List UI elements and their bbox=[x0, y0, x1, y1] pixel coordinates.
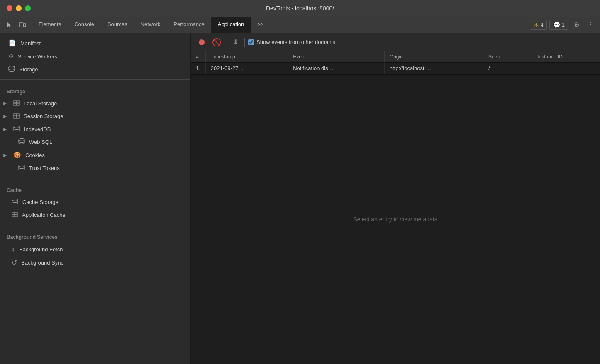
show-other-domains-checkbox-label[interactable]: Show events from other domains bbox=[248, 39, 335, 45]
tab-sources[interactable]: Sources bbox=[101, 17, 134, 33]
events-table-wrap: # Timestamp Event Origin Servi... Instan… bbox=[191, 51, 600, 75]
toolbar-divider-2 bbox=[244, 38, 245, 47]
svg-point-12 bbox=[19, 139, 24, 141]
maximize-button[interactable] bbox=[25, 5, 31, 11]
divider-2 bbox=[0, 178, 190, 178]
content-toolbar: 🚫 ⬇ Show events from other domains bbox=[191, 33, 600, 51]
local-storage-icon bbox=[13, 100, 20, 107]
record-icon bbox=[199, 39, 205, 45]
sidebar-item-background-fetch[interactable]: ↕ Background Fetch bbox=[0, 243, 190, 256]
svg-point-13 bbox=[19, 165, 24, 167]
divider-1 bbox=[0, 79, 190, 80]
col-instance: Instance ID bbox=[532, 51, 600, 63]
warnings-badge[interactable]: ⚠ 4 bbox=[530, 20, 547, 30]
tab-console[interactable]: Console bbox=[68, 17, 101, 33]
svg-point-2 bbox=[9, 66, 15, 68]
svg-rect-9 bbox=[14, 116, 16, 118]
svg-rect-5 bbox=[14, 103, 16, 105]
sidebar-item-web-sql[interactable]: Web SQL bbox=[0, 136, 190, 148]
tab-performance[interactable]: Performance bbox=[167, 17, 211, 33]
settings-icon[interactable]: ⚙ bbox=[571, 19, 583, 31]
svg-rect-17 bbox=[12, 215, 15, 217]
session-storage-label: Session Storage bbox=[24, 113, 63, 119]
download-button[interactable]: ⬇ bbox=[229, 36, 241, 48]
col-event: Event bbox=[288, 51, 385, 63]
sidebar-item-indexeddb[interactable]: ▶ IndexedDB bbox=[0, 123, 190, 136]
cell-timestamp: 2021-09-27… bbox=[205, 63, 288, 74]
section-header-cache: Cache bbox=[0, 182, 190, 196]
tab-overflow[interactable]: >> bbox=[251, 17, 270, 33]
tab-bar-actions: ⚠ 4 💬 1 ⚙ ⋮ bbox=[527, 17, 600, 33]
svg-rect-1 bbox=[24, 24, 26, 27]
clear-button[interactable]: 🚫 bbox=[211, 36, 222, 48]
section-header-background-services: Background Services bbox=[0, 228, 190, 243]
tab-application[interactable]: Application bbox=[211, 17, 251, 33]
tab-list: Elements Console Sources Network Perform… bbox=[32, 17, 527, 33]
sidebar-item-manifest[interactable]: 📄 Manifest bbox=[0, 36, 190, 50]
sidebar-item-session-storage[interactable]: ▶ Session Storage bbox=[0, 110, 190, 123]
cache-storage-icon bbox=[12, 199, 18, 206]
cell-num: 1. bbox=[191, 63, 205, 74]
sidebar-item-cookies[interactable]: ▶ 🍪 Cookies bbox=[0, 148, 190, 162]
toolbar-divider bbox=[226, 38, 226, 47]
col-timestamp: Timestamp bbox=[205, 51, 288, 63]
web-sql-label: Web SQL bbox=[29, 139, 52, 145]
svg-rect-6 bbox=[17, 103, 19, 105]
sidebar-item-trust-tokens[interactable]: Trust Tokens bbox=[0, 162, 190, 175]
cell-origin: http://localhost:… bbox=[384, 63, 483, 74]
background-fetch-label: Background Fetch bbox=[19, 246, 63, 252]
svg-rect-7 bbox=[14, 114, 16, 116]
cookies-label: Cookies bbox=[25, 152, 45, 158]
storage-label: Storage bbox=[19, 66, 38, 73]
tab-network[interactable]: Network bbox=[134, 17, 167, 33]
minimize-button[interactable] bbox=[16, 5, 22, 11]
tab-elements[interactable]: Elements bbox=[32, 17, 68, 33]
messages-badge[interactable]: 💬 1 bbox=[549, 20, 568, 30]
tab-bar: Elements Console Sources Network Perform… bbox=[0, 17, 600, 33]
sidebar-item-local-storage[interactable]: ▶ Local Storage bbox=[0, 97, 190, 110]
svg-point-14 bbox=[12, 199, 18, 201]
record-button[interactable] bbox=[196, 36, 207, 48]
expand-arrow-icon: ▶ bbox=[3, 114, 9, 119]
title-bar: DevTools - localhost:8000/ bbox=[0, 0, 600, 17]
close-button[interactable] bbox=[7, 5, 12, 11]
svg-rect-15 bbox=[12, 212, 15, 214]
indexeddb-label: IndexedDB bbox=[24, 126, 51, 132]
cookies-icon: 🍪 bbox=[13, 151, 21, 159]
manifest-icon: 📄 bbox=[8, 39, 16, 47]
metadata-empty-message: Select an entry to view metadata bbox=[353, 216, 437, 223]
cursor-icon[interactable] bbox=[3, 19, 15, 31]
warnings-count: 4 bbox=[541, 22, 544, 28]
svg-rect-18 bbox=[15, 215, 17, 217]
background-fetch-icon: ↕ bbox=[12, 245, 15, 253]
application-cache-label: Application Cache bbox=[22, 212, 66, 218]
main-layout: 📄 Manifest ⚙ Service Workers Storage Sto… bbox=[0, 33, 600, 364]
svg-rect-4 bbox=[17, 101, 19, 103]
sidebar: 📄 Manifest ⚙ Service Workers Storage Sto… bbox=[0, 33, 191, 364]
sidebar-item-service-workers[interactable]: ⚙ Service Workers bbox=[0, 50, 190, 63]
background-sync-icon: ↺ bbox=[12, 259, 17, 267]
web-sql-icon bbox=[18, 138, 25, 146]
more-options-icon[interactable]: ⋮ bbox=[585, 19, 597, 31]
divider-3 bbox=[0, 225, 190, 225]
svg-point-11 bbox=[14, 126, 20, 128]
device-toolbar-icon[interactable] bbox=[17, 19, 28, 31]
events-table-body: 1. 2021-09-27… Notification dis… http://… bbox=[191, 63, 600, 74]
table-row[interactable]: 1. 2021-09-27… Notification dis… http://… bbox=[191, 63, 600, 74]
show-other-domains-checkbox[interactable] bbox=[248, 39, 254, 45]
svg-rect-0 bbox=[19, 23, 23, 27]
sidebar-item-application-cache[interactable]: Application Cache bbox=[0, 209, 190, 221]
trust-tokens-label: Trust Tokens bbox=[29, 165, 60, 171]
local-storage-label: Local Storage bbox=[24, 100, 57, 107]
window-title: DevTools - localhost:8000/ bbox=[266, 5, 334, 12]
cell-instance bbox=[532, 63, 600, 74]
sidebar-item-background-sync[interactable]: ↺ Background Sync bbox=[0, 256, 190, 269]
sidebar-item-cache-storage[interactable]: Cache Storage bbox=[0, 196, 190, 209]
message-icon: 💬 bbox=[553, 22, 560, 28]
messages-count: 1 bbox=[562, 22, 565, 28]
background-sync-label: Background Sync bbox=[21, 260, 63, 266]
service-workers-icon: ⚙ bbox=[8, 53, 14, 60]
expand-arrow-icon: ▶ bbox=[3, 126, 9, 132]
expand-arrow-icon: ▶ bbox=[3, 153, 9, 158]
sidebar-item-storage[interactable]: Storage bbox=[0, 63, 190, 76]
